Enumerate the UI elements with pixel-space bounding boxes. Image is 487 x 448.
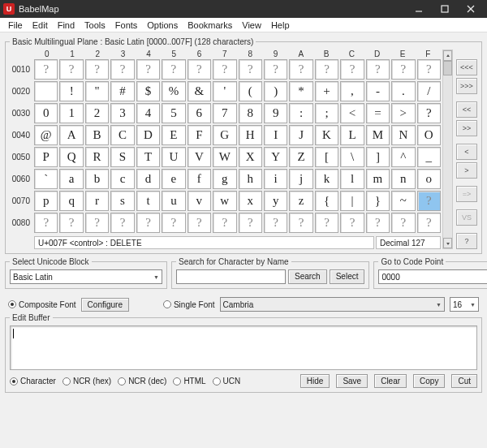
- char-cell[interactable]: H: [239, 125, 262, 145]
- char-cell[interactable]: !: [59, 81, 83, 101]
- char-cell[interactable]: I: [264, 125, 287, 145]
- menu-options[interactable]: Options: [142, 20, 183, 30]
- char-cell[interactable]: ?: [239, 59, 262, 80]
- char-cell[interactable]: ^: [391, 147, 415, 167]
- copy-button[interactable]: Copy: [413, 374, 445, 388]
- char-cell[interactable]: ): [264, 81, 287, 101]
- char-cell[interactable]: M: [366, 125, 390, 145]
- format-ncr-hex-radio[interactable]: NCR (hex): [62, 377, 111, 386]
- edit-buffer-input[interactable]: [10, 325, 477, 370]
- char-cell[interactable]: _: [417, 147, 441, 167]
- single-font-radio[interactable]: Single Font: [163, 300, 215, 309]
- char-cell[interactable]: R: [85, 147, 109, 167]
- char-cell[interactable]: K: [315, 125, 338, 145]
- cut-button[interactable]: Cut: [451, 374, 477, 388]
- char-cell[interactable]: >: [391, 103, 415, 123]
- scroll-down-icon[interactable]: [443, 238, 452, 248]
- menu-view[interactable]: View: [237, 20, 266, 30]
- char-cell[interactable]: V: [187, 147, 211, 167]
- char-cell[interactable]: D: [136, 125, 160, 145]
- char-cell[interactable]: *: [289, 81, 312, 101]
- char-cell[interactable]: ?: [264, 213, 287, 233]
- char-cell[interactable]: \: [340, 147, 364, 167]
- help-button[interactable]: ?: [456, 233, 477, 249]
- char-cell[interactable]: ?: [417, 59, 441, 80]
- char-cell[interactable]: Z: [289, 147, 312, 167]
- font-name-combo[interactable]: Cambria▼: [220, 297, 445, 312]
- char-cell[interactable]: ?: [85, 59, 109, 80]
- char-cell[interactable]: ': [213, 81, 236, 101]
- nav-next-button[interactable]: >: [456, 162, 477, 179]
- minimize-button[interactable]: [406, 0, 432, 18]
- composite-font-radio[interactable]: Composite Font: [8, 300, 76, 309]
- char-cell[interactable]: ]: [366, 147, 390, 167]
- char-cell[interactable]: t: [136, 191, 160, 211]
- char-cell[interactable]: ?: [315, 213, 338, 233]
- char-cell[interactable]: 7: [213, 103, 236, 123]
- grid-scrollbar[interactable]: [442, 50, 453, 249]
- char-cell[interactable]: G: [213, 125, 236, 145]
- char-cell[interactable]: 4: [136, 103, 160, 123]
- char-cell[interactable]: [34, 81, 58, 101]
- char-cell[interactable]: u: [162, 191, 185, 211]
- char-cell[interactable]: o: [417, 169, 441, 189]
- maximize-button[interactable]: [432, 0, 458, 18]
- char-cell[interactable]: U: [162, 147, 185, 167]
- format-ucn-radio[interactable]: UCN: [213, 377, 241, 386]
- nav-first-button[interactable]: <<<: [456, 59, 477, 75]
- char-cell[interactable]: y: [264, 191, 287, 211]
- char-cell[interactable]: /: [417, 81, 441, 101]
- char-cell[interactable]: ?: [213, 59, 236, 80]
- char-cell[interactable]: J: [289, 125, 312, 145]
- nav-prev-button[interactable]: <: [456, 144, 477, 160]
- char-cell[interactable]: Y: [264, 147, 287, 167]
- save-button[interactable]: Save: [336, 374, 368, 388]
- char-cell[interactable]: ?: [417, 103, 441, 123]
- char-cell[interactable]: ?: [110, 213, 134, 233]
- char-cell[interactable]: h: [239, 169, 262, 189]
- char-cell[interactable]: ,: [340, 81, 364, 101]
- menu-fonts[interactable]: Fonts: [110, 20, 143, 30]
- menu-bookmarks[interactable]: Bookmarks: [183, 20, 237, 30]
- char-cell[interactable]: Q: [59, 147, 83, 167]
- char-cell[interactable]: ?: [289, 59, 312, 80]
- char-cell[interactable]: x: [239, 191, 262, 211]
- char-cell[interactable]: X: [239, 147, 262, 167]
- char-cell[interactable]: ?: [289, 213, 312, 233]
- char-cell[interactable]: A: [59, 125, 83, 145]
- nav-last-button[interactable]: >>>: [456, 78, 477, 94]
- char-cell[interactable]: ?: [213, 213, 236, 233]
- scroll-up-icon[interactable]: [443, 50, 452, 61]
- scroll-thumb[interactable]: [443, 61, 452, 75]
- char-cell[interactable]: ?: [187, 59, 211, 80]
- menu-file[interactable]: File: [3, 20, 28, 30]
- char-cell[interactable]: C: [110, 125, 134, 145]
- nav-insert-button[interactable]: =>: [456, 186, 477, 202]
- char-cell[interactable]: |: [340, 191, 364, 211]
- search-button[interactable]: Search: [288, 269, 327, 284]
- char-cell[interactable]: `: [34, 169, 58, 189]
- char-cell[interactable]: s: [110, 191, 134, 211]
- char-cell[interactable]: N: [391, 125, 415, 145]
- char-cell[interactable]: ?: [59, 213, 83, 233]
- block-combo[interactable]: Basic Latin▼: [10, 269, 162, 284]
- char-cell[interactable]: 1: [59, 103, 83, 123]
- char-cell[interactable]: W: [213, 147, 236, 167]
- format-html-radio[interactable]: HTML: [173, 377, 205, 386]
- char-cell[interactable]: 6: [187, 103, 211, 123]
- char-cell[interactable]: ?: [391, 213, 415, 233]
- char-cell[interactable]: T: [136, 147, 160, 167]
- char-cell[interactable]: {: [315, 191, 338, 211]
- search-input[interactable]: [176, 269, 286, 284]
- char-cell[interactable]: b: [85, 169, 109, 189]
- char-cell[interactable]: a: [59, 169, 83, 189]
- char-cell[interactable]: ?: [162, 213, 185, 233]
- char-cell[interactable]: ;: [315, 103, 338, 123]
- close-button[interactable]: [458, 0, 484, 18]
- char-cell[interactable]: ?: [417, 213, 441, 233]
- char-cell[interactable]: ?: [340, 59, 364, 80]
- char-cell[interactable]: k: [315, 169, 338, 189]
- char-cell[interactable]: ?: [110, 59, 134, 80]
- char-cell[interactable]: e: [162, 169, 185, 189]
- char-cell[interactable]: q: [59, 191, 83, 211]
